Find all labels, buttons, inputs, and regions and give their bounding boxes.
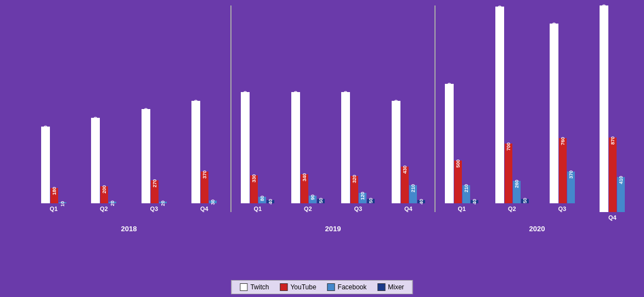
bar-label-twitch: 1100 (143, 108, 149, 119)
bar-youtube: 200 (100, 5, 108, 203)
bar-facebook: 80 (258, 5, 266, 203)
legend-box-twitch (240, 283, 247, 291)
bar-label-twitch: 1300 (343, 91, 348, 102)
bar-label-twitch: 2500 (601, 4, 607, 15)
quarter-2020-Q1: 140050021040Q1 (437, 5, 487, 212)
bar-mixer: 50 (367, 5, 375, 203)
bar-label-youtube: 340 (302, 173, 307, 181)
bar-label-youtube: 870 (610, 136, 615, 145)
bar-youtube: 330 (250, 5, 258, 203)
bar-label-youtube: 500 (455, 159, 461, 168)
year-group-2020: 140050021040Q1230070026050Q22100760370Q3… (436, 5, 639, 212)
bar-youtube: 760 (559, 5, 567, 203)
quarter-2018-Q4: 120037030Q4 (179, 5, 230, 212)
bar-label-youtube: 430 (402, 165, 408, 174)
quarter-label-2018-Q3: Q3 (150, 205, 158, 212)
year-label-2019: 2019 (231, 225, 434, 233)
year-group-2019: 13003308040Q113003409050Q2130032012050Q3… (231, 5, 436, 212)
legend-item-facebook: Facebook (327, 283, 367, 291)
bar-twitch: 1300 (241, 5, 250, 203)
quarter-2020-Q2: 230070026050Q2 (487, 5, 538, 212)
bar-youtube: 180 (50, 5, 58, 203)
bar-label-facebook: 120 (360, 192, 365, 200)
bars-2019-Q4: 120043021040 (383, 5, 434, 203)
bar-twitch: 1200 (392, 5, 400, 203)
bar-facebook: 370 (567, 5, 575, 203)
bar-label-facebook: 370 (568, 170, 574, 179)
quarter-label-2018-Q2: Q2 (100, 205, 108, 212)
quarter-2020-Q4: 2500870410Q4 (587, 5, 638, 212)
legend-box-youtube (280, 283, 287, 291)
chart-container: 90018010Q1100020020Q2110027020Q312003703… (0, 0, 644, 297)
bar-label-mixer: 50 (368, 198, 374, 203)
bar-facebook: 210 (409, 5, 417, 203)
bar-label-facebook: 20 (110, 201, 115, 206)
year-group-2018: 90018010Q1100020020Q2110027020Q312003703… (27, 5, 231, 212)
bar-youtube: 500 (454, 5, 462, 203)
quarter-2018-Q2: 100020020Q2 (79, 5, 129, 212)
quarter-2019-Q1: 13003308040Q1 (233, 5, 283, 212)
bar-label-facebook: 80 (259, 196, 265, 201)
bar-label-facebook: 410 (618, 176, 624, 184)
year-label-2018: 2018 (27, 225, 230, 233)
legend-label-youtube: YouTube (290, 283, 316, 291)
legend-item-youtube: YouTube (280, 283, 316, 291)
bars-2019-Q3: 130032012050 (333, 5, 383, 203)
bar-youtube: 270 (151, 5, 159, 203)
legend-label-mixer: Mixer (388, 283, 404, 291)
quarter-label-2019-Q4: Q4 (404, 205, 413, 212)
legend-label-twitch: Twitch (250, 283, 269, 291)
bar-mixer: 50 (521, 5, 529, 203)
bar-facebook: 210 (462, 5, 470, 203)
chart-area: 90018010Q1100020020Q2110027020Q312003703… (27, 5, 639, 212)
bar-label-twitch: 1300 (242, 91, 248, 102)
bar-label-twitch: 2300 (497, 5, 502, 16)
bar-facebook: 410 (617, 5, 625, 212)
bar-label-twitch: 1200 (193, 100, 199, 111)
bar-label-mixer: 40 (268, 199, 273, 204)
bar-label-youtube: 760 (560, 137, 566, 145)
bars-2018-Q2: 100020020 (79, 5, 129, 203)
bar-facebook: 90 (309, 5, 317, 203)
bar-label-facebook: 210 (464, 184, 469, 192)
quarter-label-2020-Q3: Q3 (558, 205, 566, 212)
bars-2020-Q3: 2100760370 (537, 5, 587, 203)
bar-label-mixer: 40 (419, 199, 424, 204)
year-label-2020: 2020 (436, 225, 639, 233)
quarter-label-2018-Q4: Q4 (200, 205, 208, 212)
bar-facebook: 10 (59, 5, 66, 203)
quarter-label-2018-Q1: Q1 (49, 205, 58, 212)
legend-item-twitch: Twitch (240, 283, 269, 291)
bar-label-twitch: 1200 (393, 100, 399, 111)
bar-label-twitch: 1300 (293, 91, 298, 102)
bar-youtube: 340 (301, 5, 308, 203)
bar-youtube: 320 (351, 5, 358, 203)
bar-label-facebook: 20 (160, 201, 166, 206)
bars-2018-Q1: 90018010 (29, 5, 79, 203)
bar-twitch: 1100 (142, 5, 150, 203)
legend-box-mixer (377, 283, 385, 291)
bars-2019-Q1: 13003308040 (233, 5, 283, 203)
bar-label-youtube: 180 (52, 187, 57, 195)
bar-facebook: 20 (159, 5, 167, 203)
bar-twitch: 1000 (91, 5, 100, 203)
bars-2020-Q1: 140050021040 (437, 5, 487, 203)
quarter-2020-Q3: 2100760370Q3 (537, 5, 587, 212)
legend: TwitchYouTubeFacebookMixer (231, 280, 413, 294)
bar-label-twitch: 2100 (551, 22, 557, 33)
bar-label-youtube: 330 (251, 174, 257, 182)
bars-2020-Q2: 230070026050 (487, 5, 538, 203)
quarter-label-2020-Q4: Q4 (608, 214, 617, 221)
bar-label-facebook: 210 (410, 184, 416, 192)
quarter-label-2020-Q2: Q2 (508, 205, 516, 212)
quarter-2019-Q2: 13003409050Q2 (283, 5, 334, 212)
bar-twitch: 2500 (600, 5, 608, 212)
bars-2019-Q2: 13003409050 (283, 5, 334, 203)
bar-facebook: 30 (209, 5, 217, 203)
legend-item-mixer: Mixer (377, 283, 404, 291)
bars-2018-Q4: 120037030 (179, 5, 230, 203)
legend-label-facebook: Facebook (338, 283, 367, 291)
bar-label-twitch: 1400 (447, 83, 452, 94)
bar-youtube: 370 (201, 5, 208, 203)
bar-mixer: 40 (267, 5, 274, 203)
